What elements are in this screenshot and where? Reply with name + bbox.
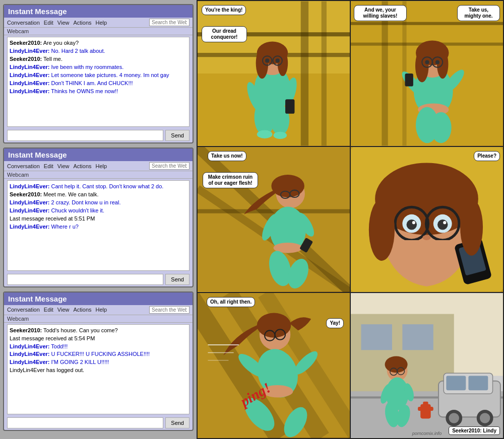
bubble-4-1: Please? xyxy=(474,151,500,161)
msg-3-3: LindyLin4Ever: U FUCKER!!! U FUCKING ASS… xyxy=(10,350,187,358)
menu-actions-2[interactable]: Actions xyxy=(73,163,91,169)
menu-help-2[interactable]: Help xyxy=(96,163,107,169)
comic-cell-1: You're the king! Our dread conqueror! xyxy=(198,1,350,146)
msg-3-1: Last message received at 5:54 PM xyxy=(10,335,187,343)
svg-point-40 xyxy=(431,112,452,143)
menu-actions-1[interactable]: Actions xyxy=(73,20,91,26)
send-button-3[interactable]: Send xyxy=(165,417,190,428)
svg-point-70 xyxy=(412,221,415,224)
chat-area-1: Seeker2010: Are you okay? LindyLin4Ever:… xyxy=(7,37,190,127)
svg-point-72 xyxy=(422,235,430,240)
bubble-1-2: Our dread conqueror! xyxy=(202,26,247,42)
bubble-1-1: You're the king! xyxy=(202,5,246,15)
menu-view-1[interactable]: View xyxy=(57,20,70,26)
menu-conversation-2[interactable]: Conversation xyxy=(7,163,40,169)
im-input-row-1: Send xyxy=(4,128,193,142)
im-window-2: Instant Message Conversation Edit View A… xyxy=(3,148,194,287)
svg-point-15 xyxy=(276,58,280,62)
im-menu-3: Conversation Edit View Actions Help xyxy=(4,305,193,315)
svg-rect-4 xyxy=(301,2,308,146)
im-title-2: Instant Message xyxy=(4,149,193,161)
menu-conversation-1[interactable]: Conversation xyxy=(7,20,40,26)
svg-rect-26 xyxy=(382,2,388,146)
bubble-2-1: And we, your willing slaves! xyxy=(354,5,407,21)
msg-1-4: LindyLin4Ever: Let someone take pictures… xyxy=(10,71,187,80)
send-button-2[interactable]: Send xyxy=(165,274,190,285)
msg-1-2: Seeker2010: Tell me. xyxy=(10,55,187,63)
svg-point-83 xyxy=(257,313,291,338)
bubble-3-2: Make crimson ruin of our eager flesh! xyxy=(203,172,258,188)
svg-rect-5 xyxy=(322,2,327,146)
send-button-1[interactable]: Send xyxy=(165,130,190,141)
webcam-label-2: Webcam xyxy=(4,171,193,179)
comic-cell-4: Please? xyxy=(351,147,503,292)
search-input-2[interactable] xyxy=(149,162,190,170)
im-type-input-3[interactable] xyxy=(7,417,163,428)
msg-1-5: LindyLin4Ever: Don't THINK I am. And CHU… xyxy=(10,80,187,88)
svg-point-71 xyxy=(443,221,446,224)
seeker-label: Seeker2010: Lindy xyxy=(449,426,500,435)
chat-area-2: LindyLin4Ever: Cant help it. Cant stop. … xyxy=(7,180,190,270)
im-type-input-2[interactable] xyxy=(7,274,163,285)
svg-point-68 xyxy=(407,220,417,230)
svg-point-37 xyxy=(435,60,439,64)
watermark: porncomix.info xyxy=(412,431,442,436)
webcam-label-3: Webcam xyxy=(4,315,193,323)
svg-rect-107 xyxy=(468,376,488,390)
svg-rect-114 xyxy=(423,402,428,407)
svg-point-31 xyxy=(415,49,429,83)
window-title-3: Instant Message xyxy=(8,295,67,303)
msg-3-4: LindyLin4Ever: I'M GOING 2 KILL U!!!!! xyxy=(10,358,187,367)
msg-1-3: LindyLin4Ever: Ive been with my roommate… xyxy=(10,63,187,71)
menu-edit-3[interactable]: Edit xyxy=(44,307,53,313)
msg-2-4: Last message received at 5:51 PM xyxy=(10,215,187,223)
search-input-1[interactable] xyxy=(149,19,190,26)
msg-1-6: LindyLin4Ever: Thinks he OWNS me now!! xyxy=(10,88,187,96)
menu-view-3[interactable]: View xyxy=(57,307,70,313)
menu-help-3[interactable]: Help xyxy=(96,307,107,313)
im-type-input-1[interactable] xyxy=(7,130,163,141)
svg-point-14 xyxy=(265,58,269,62)
msg-3-5: LindyLin4Ever has logged out. xyxy=(10,367,187,375)
webcam-label-1: Webcam xyxy=(4,27,193,35)
menu-edit-2[interactable]: Edit xyxy=(44,163,53,169)
svg-point-19 xyxy=(273,132,287,139)
svg-point-36 xyxy=(425,60,429,64)
svg-point-18 xyxy=(257,130,273,138)
im-panel: Instant Message Conversation Edit View A… xyxy=(0,0,197,439)
im-menu-1: Conversation Edit View Actions Help xyxy=(4,18,193,27)
svg-rect-43 xyxy=(405,74,413,87)
window-title: Instant Message xyxy=(8,7,67,16)
window-title-2: Instant Message xyxy=(8,151,67,159)
msg-3-2: LindyLin4Ever: Todd!!! xyxy=(10,343,187,351)
menu-conversation-3[interactable]: Conversation xyxy=(7,307,40,313)
im-title-1: Instant Message xyxy=(4,5,193,18)
menu-edit-1[interactable]: Edit xyxy=(44,20,53,26)
svg-point-10 xyxy=(278,50,288,76)
msg-2-5: LindyLin4Ever: Where r u? xyxy=(10,223,187,231)
comic-cell-3: Take us now! Make crimson ruin of our ea… xyxy=(198,147,350,292)
msg-2-3: LindyLin4Ever: Chuck wouldn't like it. xyxy=(10,207,187,215)
search-input-3[interactable] xyxy=(149,306,190,314)
bubble-5-1: Oh, all right then. xyxy=(207,297,255,307)
im-window-1: Instant Message Conversation Edit View A… xyxy=(3,4,194,143)
chat-area-3: Seeker2010: Todd's house. Can you come? … xyxy=(7,324,190,414)
msg-1-0: Seeker2010: Are you okay? xyxy=(10,39,187,47)
msg-2-2: LindyLin4Ever: 2 crazy. Dont know u in r… xyxy=(10,199,187,207)
bubble-3-1: Take us now! xyxy=(208,151,246,161)
menu-help-1[interactable]: Help xyxy=(96,20,107,26)
svg-rect-24 xyxy=(351,22,503,25)
msg-1-1: LindyLin4Ever: No. Hard 2 talk about. xyxy=(10,47,187,55)
im-menu-2: Conversation Edit View Actions Help xyxy=(4,161,193,171)
svg-point-76 xyxy=(369,199,395,261)
svg-rect-101 xyxy=(402,324,433,350)
im-window-3: Instant Message Conversation Edit View A… xyxy=(3,291,194,431)
svg-rect-22 xyxy=(285,99,294,114)
im-input-row-3: Send xyxy=(4,416,193,430)
menu-actions-3[interactable]: Actions xyxy=(73,307,91,313)
bubble-2-2: Take us, mighty one. xyxy=(457,5,500,21)
svg-rect-100 xyxy=(361,324,392,350)
msg-2-1: Seeker2010: Meet me. We can talk. xyxy=(10,191,187,199)
menu-view-2[interactable]: View xyxy=(57,163,70,169)
svg-point-9 xyxy=(256,48,269,79)
